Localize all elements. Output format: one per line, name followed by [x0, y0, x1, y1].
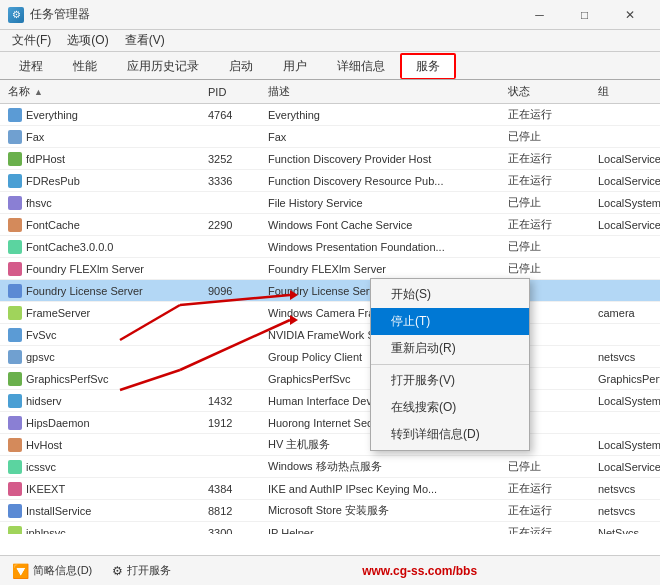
- row-pid: 9096: [204, 285, 264, 297]
- table-row[interactable]: FDResPub 3336 Function Discovery Resourc…: [0, 170, 660, 192]
- row-pid: 3300: [204, 527, 264, 535]
- summary-button[interactable]: 🔽 简略信息(D): [8, 561, 96, 581]
- table-row[interactable]: gpsvc Group Policy Client netsvcs: [0, 346, 660, 368]
- ctx-goto-detail[interactable]: 转到详细信息(D): [371, 421, 529, 448]
- col-header-desc[interactable]: 描述: [264, 84, 504, 99]
- col-header-pid[interactable]: PID: [204, 86, 264, 98]
- table-row[interactable]: Foundry FLEXlm Server Foundry FLEXlm Ser…: [0, 258, 660, 280]
- row-group: LocalService...: [594, 175, 660, 187]
- table-row[interactable]: GraphicsPerfSvc GraphicsPerfSvc Graphics…: [0, 368, 660, 390]
- row-status: 正在运行: [504, 151, 594, 166]
- row-desc: IP Helper: [264, 527, 504, 535]
- row-status: 已停止: [504, 129, 594, 144]
- maximize-button[interactable]: □: [562, 0, 607, 30]
- row-pid: 3336: [204, 175, 264, 187]
- tab-startup[interactable]: 启动: [214, 53, 268, 79]
- table-row[interactable]: hidserv 1432 Human Interface Device... L…: [0, 390, 660, 412]
- table-body[interactable]: Everything 4764 Everything 正在运行 Fax Fax …: [0, 104, 660, 534]
- tab-app-history[interactable]: 应用历史记录: [112, 53, 214, 79]
- row-desc: IKE and AuthIP IPsec Keying Mo...: [264, 483, 504, 495]
- tab-users[interactable]: 用户: [268, 53, 322, 79]
- table-row[interactable]: FontCache3.0.0.0 Windows Presentation Fo…: [0, 236, 660, 258]
- row-status: 已停止: [504, 195, 594, 210]
- row-status: 已停止: [504, 459, 594, 474]
- table-row[interactable]: Fax Fax 已停止: [0, 126, 660, 148]
- ctx-stop[interactable]: 停止(T): [371, 308, 529, 335]
- row-pid: 4384: [204, 483, 264, 495]
- row-group: LocalSystem...: [594, 197, 660, 209]
- row-status: 正在运行: [504, 503, 594, 518]
- summary-label: 简略信息(D): [33, 563, 92, 578]
- open-services-button[interactable]: ⚙ 打开服务: [108, 561, 175, 580]
- col-header-name[interactable]: 名称 ▲: [4, 84, 204, 99]
- main-area: 名称 ▲ PID 描述 状态 组 Everything 4764 Everyth…: [0, 80, 660, 555]
- ctx-open-services[interactable]: 打开服务(V): [371, 367, 529, 394]
- app-icon: ⚙: [8, 7, 24, 23]
- row-desc: Microsoft Store 安装服务: [264, 503, 504, 518]
- row-pid: 1432: [204, 395, 264, 407]
- row-name: InstallService: [4, 504, 204, 518]
- title-controls: ─ □ ✕: [517, 0, 652, 30]
- open-services-label: 打开服务: [127, 563, 171, 578]
- row-name: hidserv: [4, 394, 204, 408]
- ctx-search-online[interactable]: 在线搜索(O): [371, 394, 529, 421]
- col-header-group[interactable]: 组: [594, 84, 660, 99]
- table-row[interactable]: iphlpsvc 3300 IP Helper 正在运行 NetSvcs: [0, 522, 660, 534]
- table-row[interactable]: fhsvc File History Service 已停止 LocalSyst…: [0, 192, 660, 214]
- row-desc: Function Discovery Resource Pub...: [264, 175, 504, 187]
- row-name: Everything: [4, 108, 204, 122]
- ctx-restart[interactable]: 重新启动(R): [371, 335, 529, 362]
- row-desc: Windows 移动热点服务: [264, 459, 504, 474]
- row-name: FrameServer: [4, 306, 204, 320]
- row-status: 正在运行: [504, 481, 594, 496]
- row-desc: Fax: [264, 131, 504, 143]
- tab-performance[interactable]: 性能: [58, 53, 112, 79]
- ctx-start[interactable]: 开始(S): [371, 281, 529, 308]
- table-row[interactable]: Everything 4764 Everything 正在运行: [0, 104, 660, 126]
- col-header-status[interactable]: 状态: [504, 84, 594, 99]
- tab-bar: 进程 性能 应用历史记录 启动 用户 详细信息 服务: [0, 52, 660, 80]
- row-desc: File History Service: [264, 197, 504, 209]
- title-bar: ⚙ 任务管理器 ─ □ ✕: [0, 0, 660, 30]
- table-row[interactable]: FrameServer Windows Camera Frame... came…: [0, 302, 660, 324]
- row-name: HvHost: [4, 438, 204, 452]
- row-name: Foundry FLEXlm Server: [4, 262, 204, 276]
- row-group: LocalService...: [594, 461, 660, 473]
- row-name: Fax: [4, 130, 204, 144]
- menu-view[interactable]: 查看(V): [117, 30, 173, 51]
- table-row[interactable]: icssvc Windows 移动热点服务 已停止 LocalService..…: [0, 456, 660, 478]
- row-name: iphlpsvc: [4, 526, 204, 535]
- table-row[interactable]: IKEEXT 4384 IKE and AuthIP IPsec Keying …: [0, 478, 660, 500]
- down-arrow-icon: 🔽: [12, 563, 29, 579]
- table-row[interactable]: InstallService 8812 Microsoft Store 安装服务…: [0, 500, 660, 522]
- row-status: 已停止: [504, 261, 594, 276]
- row-group: LocalSystem...: [594, 439, 660, 451]
- sort-arrow-name: ▲: [34, 87, 43, 97]
- close-button[interactable]: ✕: [607, 0, 652, 30]
- tab-services[interactable]: 服务: [400, 53, 456, 79]
- row-status: 已停止: [504, 239, 594, 254]
- table-row[interactable]: Foundry License Server 9096 Foundry Lice…: [0, 280, 660, 302]
- table-row[interactable]: HipsDaemon 1912 Huorong Internet Securi.…: [0, 412, 660, 434]
- row-pid: 4764: [204, 109, 264, 121]
- table-row[interactable]: FvSvc NVIDIA FrameWork SDK: [0, 324, 660, 346]
- row-name: HipsDaemon: [4, 416, 204, 430]
- table-row[interactable]: fdPHost 3252 Function Discovery Provider…: [0, 148, 660, 170]
- row-pid: 8812: [204, 505, 264, 517]
- tab-details[interactable]: 详细信息: [322, 53, 400, 79]
- row-name: icssvc: [4, 460, 204, 474]
- col-name-label: 名称: [8, 84, 30, 99]
- table-row[interactable]: HvHost HV 主机服务 LocalSystem...: [0, 434, 660, 456]
- row-name: Foundry License Server: [4, 284, 204, 298]
- minimize-button[interactable]: ─: [517, 0, 562, 30]
- menu-file[interactable]: 文件(F): [4, 30, 59, 51]
- row-group: LocalService: [594, 219, 660, 231]
- row-pid: 3252: [204, 153, 264, 165]
- tab-processes[interactable]: 进程: [4, 53, 58, 79]
- menu-options[interactable]: 选项(O): [59, 30, 116, 51]
- table-header: 名称 ▲ PID 描述 状态 组: [0, 80, 660, 104]
- row-group: NetSvcs: [594, 527, 660, 535]
- title-text: 任务管理器: [30, 6, 90, 23]
- table-row[interactable]: FontCache 2290 Windows Font Cache Servic…: [0, 214, 660, 236]
- row-status: 正在运行: [504, 525, 594, 534]
